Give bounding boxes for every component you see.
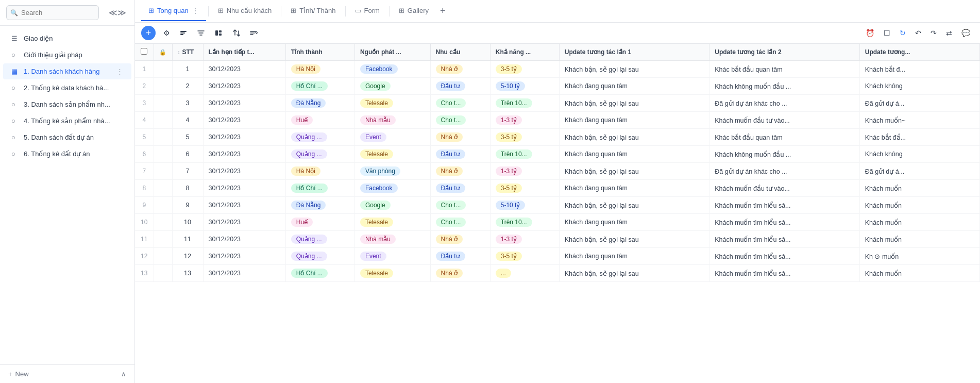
sidebar-collapse-button[interactable]: ≪≫ — [107, 6, 128, 20]
hide-fields-button[interactable] — [176, 26, 191, 40]
row-lan-hen[interactable]: 30/12/2023 — [203, 61, 285, 78]
sort2-button[interactable] — [246, 26, 261, 40]
row-nhu-cau: Nhà ở — [430, 129, 490, 146]
th-nguon-phat[interactable]: Nguồn phát ... — [354, 44, 430, 61]
row-tinh-thanh: Hà Nội — [285, 163, 354, 180]
sidebar-search-bar: 🔍 ≪≫ — [0, 0, 134, 26]
sort1-button[interactable] — [228, 26, 244, 40]
row-update2: Khách muốn tìm hiểu sâ... — [709, 214, 860, 231]
row-update3: Khác bắt đầ... — [859, 129, 979, 146]
collapse-icon: ≪≫ — [109, 8, 126, 17]
badge-nhu-cau: Nhà ở — [436, 269, 463, 278]
comment-button[interactable]: 💬 — [958, 26, 974, 40]
sidebar-footer[interactable]: + New ∧ — [0, 364, 134, 383]
search-input[interactable] — [6, 5, 99, 20]
row-update3: Đã gửi dự á... — [859, 163, 979, 180]
tab-separator-3 — [345, 6, 346, 16]
row-stt: 7 — [172, 163, 203, 180]
check-button[interactable]: ☐ — [880, 26, 894, 40]
sidebar-item-danh-sach-kh[interactable]: ▦ 1. Danh sách khách hàng ⋮ — [3, 63, 131, 79]
row-lock-cell — [154, 214, 172, 231]
row-nguon: Event — [354, 248, 430, 265]
row-lock-cell — [154, 129, 172, 146]
row-update3: Khách không — [859, 146, 979, 163]
tab-separator-4 — [389, 6, 390, 16]
row-number: 2 — [142, 82, 146, 90]
tab-form[interactable]: ▭ Form — [348, 2, 387, 21]
row-lan-hen[interactable]: 30/12/2023 — [203, 129, 285, 146]
th-kha-nang[interactable]: Khả năng ... — [490, 44, 559, 61]
badge-kha-nang: Trên 10... — [496, 149, 532, 159]
expand-button[interactable]: ⇄ — [942, 26, 956, 40]
sidebar-item-thong-ke-sp[interactable]: ○ 4. Thống kê sản phẩm nhà... ⋮ — [3, 113, 131, 129]
add-row-button[interactable]: + — [141, 26, 156, 40]
nav-more-danh-sach-kh[interactable]: ⋮ — [116, 68, 123, 75]
add-tab-button[interactable]: + — [436, 4, 450, 19]
row-lan-hen[interactable]: 30/12/2023 — [203, 180, 285, 197]
tab-tong-quan[interactable]: ⊞ Tong quan ⋮ — [141, 2, 206, 21]
row-lan-hen[interactable]: 30/12/2023 — [203, 146, 285, 163]
sidebar-item-thong-ke-data[interactable]: ○ 2. Thống kê data khách hà... ⋮ — [3, 80, 131, 96]
row-lan-hen[interactable]: 30/12/2023 — [203, 231, 285, 248]
select-all-checkbox[interactable] — [141, 48, 147, 55]
clock-button[interactable]: ⏰ — [862, 26, 878, 40]
row-lan-hen[interactable]: 30/12/2023 — [203, 112, 285, 129]
row-kha-nang: 3-5 tỷ — [490, 180, 559, 197]
tab-label-form: Form — [364, 7, 380, 14]
group-button[interactable] — [211, 26, 226, 40]
undo-button[interactable]: ↶ — [911, 26, 925, 40]
sidebar-item-danh-sach-dat[interactable]: ○ 5. Danh sách đất dự án ⋮ — [3, 129, 131, 145]
row-nguon: Nhà mẫu — [354, 231, 430, 248]
tab-dots-tong-quan[interactable]: ⋮ — [192, 7, 199, 15]
tab-gallery[interactable]: ⊞ Gallery — [392, 2, 436, 21]
th-update3[interactable]: Update tương... — [859, 44, 979, 61]
row-lan-hen[interactable]: 30/12/2023 — [203, 78, 285, 95]
row-checkbox-cell: 12 — [135, 248, 154, 265]
row-update3: Khách bắt đ... — [859, 61, 979, 78]
badge-nguon: Nhà mẫu — [360, 115, 396, 125]
sidebar-item-gioi-thieu[interactable]: ○ Giới thiệu giải pháp ⋮ — [3, 47, 131, 63]
row-update3: Khách muốn — [859, 214, 979, 231]
row-lan-hen[interactable]: 30/12/2023 — [203, 248, 285, 265]
tab-nhu-cau-khach[interactable]: ⊞ Nhu cầu khách — [211, 2, 279, 21]
sidebar-item-thong-ke-dat[interactable]: ○ 6. Thống kê đất dự án ⋮ — [3, 146, 131, 162]
nav-icon-danh-sach-kh: ▦ — [11, 68, 20, 75]
th-lan-hen[interactable]: Lần hẹn tiếp t... — [203, 44, 285, 61]
row-kha-nang: 5-10 tỷ — [490, 197, 559, 214]
row-nhu-cau: Đầu tư — [430, 78, 490, 95]
settings-button[interactable]: ⚙ — [160, 26, 174, 40]
badge-nhu-cau: Nhà ở — [436, 132, 463, 142]
th-stt[interactable]: ↕ STT — [172, 44, 203, 61]
row-lan-hen[interactable]: 30/12/2023 — [203, 95, 285, 112]
badge-nguon: Telesale — [360, 98, 393, 108]
tab-icon-form: ▭ — [355, 7, 361, 14]
table-row: 10 10 30/12/2023 Huế Telesale Cho t... T… — [135, 214, 980, 231]
row-lan-hen[interactable]: 30/12/2023 — [203, 163, 285, 180]
tab-tinh-thanh[interactable]: ⊞ Tỉnh/ Thành — [283, 2, 343, 21]
row-lock-cell — [154, 231, 172, 248]
badge-nguon: Văn phòng — [360, 166, 400, 176]
row-lock-cell — [154, 197, 172, 214]
row-tinh-thanh: Hồ Chí ... — [285, 180, 354, 197]
row-checkbox-cell: 5 — [135, 129, 154, 146]
redo-button[interactable]: ↷ — [927, 26, 940, 40]
filter-button[interactable] — [193, 26, 209, 40]
table-row: 1 1 30/12/2023 Hà Nội Facebook Nhà ở 3-5… — [135, 61, 980, 78]
row-update1: Khách đang quan tâm — [559, 214, 709, 231]
row-update1: Khách bận, sẽ gọi lại sau — [559, 265, 709, 282]
row-lan-hen[interactable]: 30/12/2023 — [203, 265, 285, 282]
tab-label-gallery: Gallery — [408, 7, 429, 14]
sidebar-item-giao-dien[interactable]: ☰ Giao diện ⋮ — [3, 30, 131, 46]
table-header-row: 🔒 ↕ STT Lần hẹn tiếp t... Tỉnh thành Ngu… — [135, 44, 980, 61]
th-nhu-cau[interactable]: Nhu cầu — [430, 44, 490, 61]
refresh-button[interactable]: ↻ — [896, 26, 909, 40]
th-update1[interactable]: Update tương tác lần 1 — [559, 44, 709, 61]
sidebar-item-danh-sach-sp[interactable]: ○ 3. Danh sách sản phẩm nh... ⋮ — [3, 96, 131, 112]
row-lan-hen[interactable]: 30/12/2023 — [203, 197, 285, 214]
row-update1: Khách bận, sẽ gọi lại sau — [559, 163, 709, 180]
row-lan-hen[interactable]: 30/12/2023 — [203, 214, 285, 231]
row-stt: 10 — [172, 214, 203, 231]
badge-tinh-thanh: Huế — [291, 115, 313, 125]
th-update2[interactable]: Update tương tác lần 2 — [709, 44, 860, 61]
th-tinh-thanh[interactable]: Tỉnh thành — [285, 44, 354, 61]
